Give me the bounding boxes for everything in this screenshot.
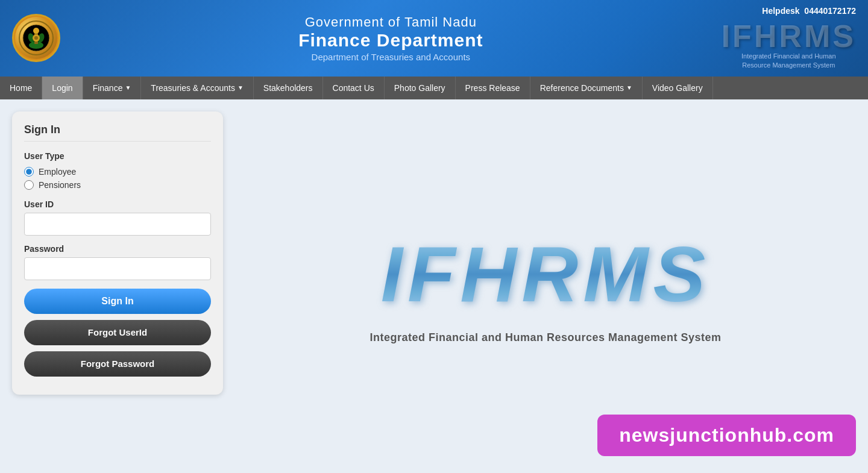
government-logo (12, 14, 60, 62)
ifhrms-subtitle: Integrated Financial and Human Resources… (370, 331, 721, 344)
forgot-userid-button[interactable]: Forgot UserId (24, 320, 211, 345)
logo-inner (15, 17, 57, 59)
nav-finance[interactable]: Finance ▼ (83, 77, 142, 99)
employee-label: Employee (39, 167, 76, 177)
header-right: Helpdesk 04440172172 IFHRMS Integrated F… (722, 6, 856, 70)
forgot-password-button[interactable]: Forgot Password (24, 351, 211, 377)
ifhrms-main-area: IFHRMS Integrated Financial and Human Re… (235, 111, 856, 462)
finance-dropdown-arrow: ▼ (125, 84, 131, 91)
ifhrms-big-logo: IFHRMS (381, 229, 710, 319)
nav-home[interactable]: Home (0, 77, 42, 99)
gov-title: Government of Tamil Nadu (60, 14, 722, 30)
ifhrms-header-subtext: Integrated Financial and Human Resource … (741, 52, 836, 70)
ifhrms-header-logo: IFHRMS Integrated Financial and Human Re… (722, 20, 856, 70)
nav-stakeholders[interactable]: Stakeholders (254, 77, 323, 99)
nav-contact[interactable]: Contact Us (323, 77, 385, 99)
svg-point-4 (33, 28, 39, 34)
nav-treasuries[interactable]: Treasuries & Accounts ▼ (141, 77, 253, 99)
nav-login[interactable]: Login (42, 77, 83, 99)
dept-subtitle: Department of Treasuries and Accounts (60, 52, 722, 62)
employee-radio[interactable] (24, 167, 34, 177)
ifhrms-header-text: IFHRMS (722, 20, 856, 52)
signin-title: Sign In (24, 124, 211, 142)
navbar: Home Login Finance ▼ Treasuries & Accoun… (0, 77, 868, 99)
main-content: Sign In User Type Employee Pensioners Us… (0, 99, 868, 473)
signin-button[interactable]: Sign In (24, 289, 211, 314)
password-input[interactable] (24, 257, 211, 280)
userid-input[interactable] (24, 213, 211, 236)
signin-panel: Sign In User Type Employee Pensioners Us… (12, 111, 223, 395)
radio-group: Employee Pensioners (24, 167, 211, 190)
nav-press[interactable]: Press Release (456, 77, 530, 99)
reference-dropdown-arrow: ▼ (626, 84, 632, 91)
userid-label: User ID (24, 199, 211, 209)
header-center: Government of Tamil Nadu Finance Departm… (60, 14, 722, 62)
helpdesk-info: Helpdesk 04440172172 (762, 6, 856, 16)
pensioner-radio[interactable] (24, 180, 34, 190)
pensioner-radio-item[interactable]: Pensioners (24, 180, 211, 190)
svg-point-8 (34, 36, 38, 40)
password-label: Password (24, 244, 211, 254)
employee-radio-item[interactable]: Employee (24, 167, 211, 177)
header: Government of Tamil Nadu Finance Departm… (0, 0, 868, 77)
watermark-banner: newsjunctionhub.com (597, 415, 856, 456)
user-type-label: User Type (24, 151, 211, 161)
nav-reference[interactable]: Reference Documents ▼ (530, 77, 643, 99)
treasuries-dropdown-arrow: ▼ (237, 84, 244, 91)
pensioner-label: Pensioners (39, 180, 81, 190)
nav-gallery[interactable]: Photo Gallery (385, 77, 456, 99)
header-logo (12, 14, 60, 62)
dept-title: Finance Department (60, 30, 722, 51)
nav-video[interactable]: Video Gallery (643, 77, 713, 99)
